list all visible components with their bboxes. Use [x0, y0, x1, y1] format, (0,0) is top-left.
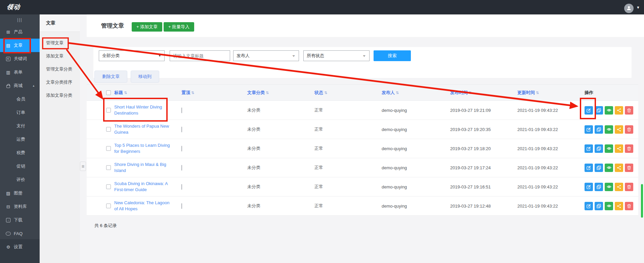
row-checkbox[interactable]	[106, 108, 111, 113]
copy-button[interactable]	[595, 202, 603, 210]
sidebar-item-settings[interactable]: ⚙ 设置	[0, 239, 40, 255]
edit-button[interactable]	[585, 106, 593, 115]
sidebar-item-articles[interactable]: ▤ 文章	[0, 39, 40, 52]
sidebar-item-faq[interactable]: ··· FAQ	[0, 227, 40, 240]
category-select[interactable]: 全部分类 ▼	[99, 50, 165, 61]
status-select[interactable]: 所有状态 ⌄	[303, 50, 370, 61]
copy-button[interactable]	[595, 183, 603, 191]
scrollbar-thumb[interactable]	[641, 184, 643, 218]
article-title-link[interactable]: New Caledonia: The Lagoon of All Hopes	[114, 200, 172, 212]
top-checkbox[interactable]	[181, 165, 182, 171]
sidebar-item-keywords[interactable]: K 关键词	[0, 52, 40, 65]
sidebar-item-promotions[interactable]: 促销	[0, 160, 40, 173]
delete-button[interactable]	[625, 125, 633, 134]
publisher-select[interactable]: 发布人 ⌄	[233, 50, 299, 61]
sidebar-item-downloads[interactable]: ↓ 下载	[0, 213, 40, 227]
delete-button[interactable]	[625, 202, 633, 210]
sidebar-item-products[interactable]: ⊞ 产品	[0, 25, 40, 39]
column-top[interactable]: 置顶⇅	[181, 90, 247, 96]
sidebar-item-library[interactable]: ⊟ 资料库	[0, 200, 40, 213]
sidebar-item-orders[interactable]: 订单	[0, 106, 40, 119]
view-button[interactable]	[605, 202, 613, 210]
column-publish-time[interactable]: 发布时间⇅	[450, 90, 517, 96]
row-checkbox[interactable]	[106, 204, 111, 208]
top-checkbox[interactable]	[181, 127, 182, 132]
row-checkbox[interactable]	[106, 165, 111, 170]
add-article-button[interactable]: + 添加文章	[132, 22, 162, 32]
sort-icon: ⇅	[124, 91, 127, 95]
view-button[interactable]	[605, 106, 613, 115]
submenu-item-manage-categories[interactable]: 管理文章分类	[40, 62, 80, 76]
delete-articles-button[interactable]: 删除文章	[94, 71, 127, 83]
title-search-field[interactable]	[170, 50, 230, 61]
submenu-collapse-toggle[interactable]: ≣	[80, 162, 86, 171]
article-title-link[interactable]: The Wonders of Papua New Guinea	[114, 123, 172, 135]
delete-button[interactable]	[625, 106, 633, 115]
sidebar-item-taxes[interactable]: 税费	[0, 146, 40, 160]
column-status[interactable]: 状态⇅	[314, 90, 382, 96]
column-category[interactable]: 文章分类⇅	[247, 90, 314, 96]
copy-button[interactable]	[595, 106, 603, 115]
user-avatar[interactable]	[624, 4, 634, 13]
column-update-time[interactable]: 更新时间⇅	[517, 90, 585, 96]
move-to-button[interactable]: 移动到	[131, 71, 159, 83]
copy-button[interactable]	[595, 125, 603, 134]
submenu-item-sort-categories[interactable]: 文章分类排序	[40, 76, 80, 89]
view-button[interactable]	[605, 183, 613, 191]
submenu-item-manage-articles[interactable]: 管理文章	[40, 36, 80, 49]
top-checkbox[interactable]	[181, 146, 182, 151]
delete-button[interactable]	[625, 183, 633, 191]
share-button[interactable]	[615, 183, 623, 191]
share-button[interactable]	[615, 202, 623, 210]
row-checkbox[interactable]	[106, 184, 111, 189]
sidebar-item-shipping[interactable]: 运费	[0, 133, 40, 146]
select-all-checkbox[interactable]	[106, 90, 111, 95]
column-publisher[interactable]: 发布人⇅	[382, 90, 450, 96]
article-title-link[interactable]: Short Haul Winter Diving Destinations	[114, 104, 172, 116]
search-button[interactable]: 搜索	[374, 50, 411, 61]
share-button[interactable]	[615, 144, 623, 153]
view-button[interactable]	[605, 125, 613, 134]
sidebar-item-mall[interactable]: 商城 ▲	[0, 79, 40, 92]
submenu-item-add-category[interactable]: 添加文章分类	[40, 89, 80, 102]
sidebar-item-members[interactable]: 会员	[0, 92, 40, 106]
edit-button[interactable]	[585, 144, 593, 153]
sidebar-item-forms[interactable]: ▥ 表单	[0, 65, 40, 79]
user-menu-caret-icon[interactable]: ▼	[636, 5, 640, 9]
top-checkbox[interactable]	[181, 203, 182, 209]
copy-button[interactable]	[595, 164, 603, 172]
table-row: Short Haul Winter Diving Destinations 未分…	[87, 101, 638, 120]
share-button[interactable]	[615, 106, 623, 115]
top-checkbox[interactable]	[181, 184, 182, 190]
publisher-cell: demo-quying	[382, 204, 450, 209]
edit-button[interactable]	[585, 183, 593, 191]
delete-button[interactable]	[625, 164, 633, 172]
article-title-link[interactable]: Scuba Diving in Okinawa: A First-timer G…	[114, 181, 172, 193]
title-search-input[interactable]	[173, 53, 227, 58]
view-button[interactable]	[605, 164, 613, 172]
edit-button[interactable]	[585, 125, 593, 134]
article-title-link[interactable]: Top 5 Places to Learn Diving for Beginne…	[114, 142, 172, 155]
batch-import-button[interactable]: + 批量导入	[164, 22, 194, 32]
column-title[interactable]: 标题⇅	[114, 90, 181, 96]
user-icon	[626, 5, 632, 12]
sidebar-item-payments[interactable]: 支付	[0, 119, 40, 133]
record-count: 共 6 条记录	[94, 223, 117, 229]
chevron-down-icon: ⌄	[292, 53, 296, 56]
share-button[interactable]	[615, 164, 623, 172]
article-title-link[interactable]: Shore Diving in Maui & Big Island	[114, 162, 172, 174]
sidebar-collapse-icon[interactable]: |||	[0, 14, 40, 25]
edit-button[interactable]	[585, 202, 593, 210]
submenu-item-add-article[interactable]: 添加文章	[40, 49, 80, 62]
row-checkbox[interactable]	[106, 146, 111, 151]
sidebar-item-gallery[interactable]: ▨ 图册	[0, 186, 40, 200]
view-button[interactable]	[605, 144, 613, 153]
edit-button[interactable]	[585, 164, 593, 172]
share-button[interactable]	[615, 125, 623, 134]
publisher-cell: demo-quying	[382, 165, 450, 170]
row-checkbox[interactable]	[106, 127, 111, 132]
delete-button[interactable]	[625, 144, 633, 153]
top-checkbox[interactable]	[181, 107, 182, 113]
copy-button[interactable]	[595, 144, 603, 153]
sidebar-item-reviews[interactable]: 评价	[0, 173, 40, 186]
